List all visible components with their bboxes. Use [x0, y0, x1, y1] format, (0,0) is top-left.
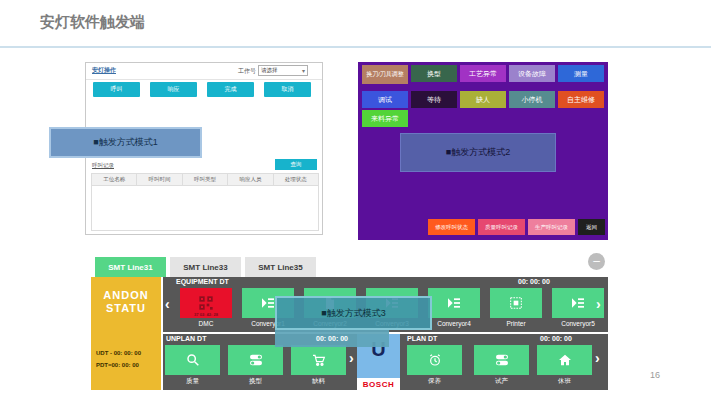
home-icon [537, 345, 592, 375]
plan-dt-time: 00: 00: 00 [540, 335, 572, 342]
col-header: 呼叫类型 [183, 174, 228, 185]
record-table-header: 工位名称 呼叫时间 呼叫类型 响应人员 处理状态 [91, 173, 319, 186]
production-call-record-button[interactable]: 生产呼叫记录 [528, 219, 575, 235]
plan-tile-maintenance[interactable]: 保养 [407, 345, 462, 386]
andon-tile-minor-stop[interactable]: 小停机 [509, 91, 555, 108]
magnifier-icon [165, 345, 220, 375]
pdt-time: PDT=00: 00: 00 [96, 362, 139, 368]
andon-status-panel: ANDON STATU UDT - 00: 00: 00 PDT=00: 00:… [91, 277, 161, 390]
equipment-tile-printer[interactable]: Printer [490, 288, 542, 327]
col-header: 响应人员 [228, 174, 273, 185]
toggles-icon [228, 345, 283, 375]
udt-time: UDT - 00: 00: 00 [96, 350, 141, 356]
call-button-2[interactable]: 响应 [150, 82, 197, 97]
modify-call-status-button[interactable]: 修改呼叫状态 [428, 219, 475, 235]
chevron-right-icon[interactable]: › [349, 351, 354, 365]
unplan-dt-time: 00: 00: 00 [275, 330, 389, 347]
chevron-right-icon[interactable]: › [595, 351, 600, 365]
conveyor-icon [428, 288, 480, 318]
chip-icon [490, 288, 542, 318]
andon-tile-toolchange[interactable]: 换刀/刀具调整 [362, 65, 408, 84]
toggles-icon [474, 345, 529, 375]
tab-smt-line33[interactable]: SMT Line33 [170, 257, 241, 277]
unplan-tile-material-shortage[interactable]: 缺料 [291, 345, 346, 386]
andon-tile-equipment-fault[interactable]: 设备故障 [509, 65, 555, 82]
cart-icon [291, 345, 346, 375]
unplan-tile-quality[interactable]: 质量 [165, 345, 220, 386]
andon-tile-material-abnormal[interactable]: 来料异常 [362, 110, 408, 127]
slide: 安灯软件触发端 16 安灯操作 工作号 请选择 ▾ 呼叫 响应 完成 取消 呼叫… [0, 0, 711, 400]
query-button[interactable]: 查询 [275, 159, 317, 170]
quality-call-record-button[interactable]: 质量呼叫记录 [478, 219, 525, 235]
andon-title-line2: STATU [91, 302, 161, 314]
qr-code-icon: 37 02: 42: 28 [180, 288, 232, 318]
mode1-callout: ■触发方式模式1 [49, 127, 202, 158]
title-divider [0, 46, 711, 48]
chevron-left-icon[interactable]: ‹ [165, 297, 170, 311]
col-header: 处理状态 [274, 174, 318, 185]
mode3-callout: ■触发方式模式3 [275, 296, 432, 330]
page-number: 16 [650, 370, 660, 380]
plan-tile-trial-production[interactable]: 试产 [474, 345, 529, 386]
andon-tile-no-staff[interactable]: 缺人 [460, 91, 506, 108]
andon-tile-wait[interactable]: 等待 [411, 91, 457, 108]
plan-dt-header: PLAN DT [407, 335, 437, 342]
andon-tile-measure[interactable]: 测量 [558, 65, 604, 82]
equipment-dt-header: EQUIPMENT DT [176, 278, 229, 285]
mode2-callout: ■触发方式模式2 [400, 133, 556, 172]
unplan-dt-header: UNPLAN DT [166, 335, 206, 342]
minimize-button[interactable]: – [588, 253, 605, 270]
record-list-link[interactable]: 呼叫记录 [92, 162, 114, 169]
equipment-tile-dmc[interactable]: 37 02: 42: 28 DMC [180, 288, 232, 327]
back-button[interactable]: 返回 [578, 219, 605, 235]
job-number-label: 工作号 [238, 67, 256, 76]
job-number-select[interactable]: 请选择 ▾ [258, 65, 308, 76]
andon-tile-debug[interactable]: 调试 [362, 91, 408, 108]
alarm-clock-icon [407, 345, 462, 375]
record-table-body [91, 186, 319, 231]
col-header: 呼叫时间 [137, 174, 182, 185]
call-button-3[interactable]: 完成 [207, 82, 254, 97]
andon-title-line1: ANDON [91, 289, 161, 301]
tab-smt-line31[interactable]: SMT Line31 [95, 257, 166, 277]
equipment-tile-conveyor4[interactable]: Converyor4 [428, 288, 480, 327]
bosch-logo: BOSCH [357, 378, 400, 390]
unplan-tile-changeover[interactable]: 换型 [228, 345, 283, 386]
call-button-1[interactable]: 呼叫 [93, 82, 140, 97]
plan-tile-rest[interactable]: 休班 [537, 345, 592, 386]
tab-smt-line35[interactable]: SMT Line35 [245, 257, 316, 277]
header-separator [86, 79, 322, 80]
equipment-dt-time: 00: 00: 00 [518, 278, 550, 285]
job-number-value: 请选择 [261, 67, 278, 73]
call-button-4[interactable]: 取消 [264, 82, 311, 97]
andon-tile-self-repair[interactable]: 自主维修 [558, 91, 604, 108]
chevron-down-icon: ▾ [302, 66, 305, 76]
andon-tile-process-abnormal[interactable]: 工艺异常 [460, 65, 506, 82]
chevron-right-icon[interactable]: › [596, 297, 601, 311]
dmc-downtime: 37 02: 42: 28 [180, 312, 232, 317]
page-title: 安灯软件触发端 [40, 13, 145, 32]
col-header: 工位名称 [92, 174, 137, 185]
window1-header-link[interactable]: 安灯操作 [92, 66, 116, 75]
andon-tile-changeover[interactable]: 换型 [411, 65, 457, 82]
